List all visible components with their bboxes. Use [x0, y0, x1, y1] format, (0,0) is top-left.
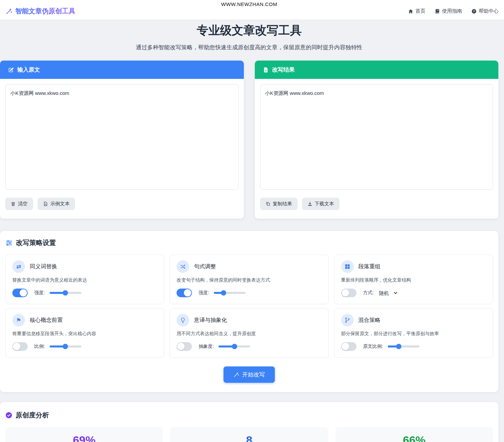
slider-thumb[interactable] [396, 344, 401, 349]
trash-icon [11, 201, 16, 206]
result-actions: 复制结果 下载文本 [255, 195, 499, 219]
input-panel-header: 输入原文 [0, 61, 244, 79]
download-icon [307, 201, 312, 206]
slider-thumb[interactable] [63, 290, 68, 296]
bulb-icon [177, 314, 189, 327]
analysis-title: 原创度分析 [16, 411, 49, 420]
result-panel: 改写结果 小K资源网 www.xkwo.com 复制结果 下载文本 [255, 61, 499, 219]
brand-logo[interactable]: 智能文章伪原创工具 [5, 7, 75, 16]
core-concept-ratio-slider[interactable] [50, 345, 81, 347]
strength-label: 强度: [199, 290, 209, 296]
slider-thumb[interactable] [232, 344, 237, 349]
help-icon: ? [471, 9, 477, 14]
strategy-title: 混合策略 [358, 317, 380, 324]
strategy-title: 句式调整 [194, 263, 216, 270]
strategy-panel-title: 改写策略设置 [16, 238, 56, 247]
strategy-panel: 改写策略设置 ⇄ 同义词替换 替换文章中的词语为意义相近的表达 强度: [0, 231, 498, 392]
synonym-strength-slider[interactable] [50, 292, 81, 294]
analysis-panel: 原创度分析 69% 预估原创度 8 总字数 66% 修改比例 [0, 402, 498, 442]
brand-title: 智能文章伪原创工具 [15, 7, 75, 16]
start-rewrite-button[interactable]: 开始改写 [224, 366, 275, 383]
stat-value: 69% [9, 434, 160, 442]
result-panel-title: 改写结果 [272, 66, 295, 74]
strategy-card-hybrid: 混合策略 部分保留原文，部分进行改写，平衡原创与效率 原文比例: [334, 308, 493, 358]
slider-thumb[interactable] [221, 290, 226, 296]
hybrid-toggle[interactable] [341, 342, 356, 351]
sentence-toggle[interactable] [177, 289, 192, 297]
watermark-text: WWW.NEWZHAN.COM [0, 1, 498, 7]
sample-text-button[interactable]: 示例文本 [38, 198, 75, 210]
paragraph-mode-select-wrap: 随机 [378, 290, 400, 297]
strategy-card-paraphrase: 意译与抽象化 用不同方式表达相同含义，提升原创度 抽象度: [170, 308, 328, 358]
page-title: 专业级文章改写工具 [0, 23, 498, 38]
edit-pencil-icon [8, 67, 14, 73]
nav-help[interactable]: ? 帮助中心 [471, 8, 499, 14]
stat-value: 66% [339, 434, 490, 442]
strategy-description: 用不同方式表达相同含义，提升原创度 [177, 331, 321, 337]
source-textarea[interactable]: 小K资源网 www.xkwo.com [5, 84, 239, 190]
strategy-title: 意译与抽象化 [194, 317, 227, 324]
paragraph-toggle[interactable] [341, 289, 356, 297]
download-text-button[interactable]: 下载文本 [302, 198, 339, 210]
flag-icon: ⚑ [12, 314, 25, 327]
result-panel-header: 改写结果 [255, 61, 499, 79]
nav-links: 首页 使用指南 ? 帮助中心 [408, 8, 499, 14]
input-panel-title: 输入原文 [17, 66, 40, 74]
strategy-description: 将重要信息移至段落开头，突出核心内容 [12, 331, 157, 337]
input-panel: 输入原文 小K资源网 www.xkwo.com 清空 示例文本 [0, 61, 244, 219]
paraphrase-toggle[interactable] [177, 342, 192, 351]
copy-result-button-label: 复制结果 [273, 201, 292, 207]
strategy-description: 替换文章中的词语为意义相近的表达 [12, 277, 157, 283]
home-icon [408, 9, 413, 14]
strength-label: 强度: [34, 290, 45, 296]
start-rewrite-label: 开始改写 [242, 371, 265, 378]
exchange-icon: ⇄ [12, 260, 25, 273]
download-text-button-label: 下载文本 [315, 201, 334, 207]
editor-row: 输入原文 小K资源网 www.xkwo.com 清空 示例文本 [0, 61, 498, 219]
sample-text-button-label: 示例文本 [50, 201, 70, 207]
stat-word-count: 8 总字数 [170, 427, 328, 442]
core-concept-toggle[interactable] [12, 342, 28, 351]
sentence-strength-slider[interactable] [214, 292, 246, 294]
analysis-title-row: 原创度分析 [5, 411, 493, 420]
copy-icon [265, 201, 270, 206]
abstraction-slider[interactable] [219, 345, 250, 347]
original-ratio-slider[interactable] [388, 345, 419, 347]
strategy-card-paragraph: 段落重组 重新排列段落顺序，优化文章结构 方式: 随机 [334, 255, 493, 304]
abstraction-label: 抽象度: [199, 343, 214, 349]
clear-button-label: 清空 [18, 201, 28, 207]
book-icon [435, 9, 440, 14]
strategy-grid: ⇄ 同义词替换 替换文章中的词语为意义相近的表达 强度: [5, 255, 493, 358]
input-actions: 清空 示例文本 [0, 195, 244, 219]
nav-guide-label: 使用指南 [442, 8, 462, 14]
strategy-description: 部分保留原文，部分进行改写，平衡原创与效率 [341, 331, 486, 337]
ratio-label: 比例: [34, 343, 45, 349]
paragraph-mode-select[interactable]: 随机 [378, 290, 400, 297]
nav-help-label: 帮助中心 [479, 8, 499, 14]
svg-text:?: ? [473, 10, 475, 13]
original-ratio-label: 原文比例: [363, 343, 383, 349]
shuffle-icon [177, 260, 189, 273]
nav-home[interactable]: 首页 [408, 8, 425, 14]
strategy-panel-title-row: 改写策略设置 [5, 238, 493, 247]
synonym-toggle[interactable] [12, 289, 28, 297]
strategy-title: 同义词替换 [30, 263, 57, 270]
copy-result-button[interactable]: 复制结果 [260, 198, 297, 210]
page-subtitle: 通过多种智能改写策略，帮助您快速生成原创度高的文章，保留原意的同时提升内容独特性 [0, 44, 498, 51]
nav-guide[interactable]: 使用指南 [435, 8, 462, 14]
clear-button[interactable]: 清空 [5, 198, 33, 210]
file-text-icon [43, 201, 48, 206]
sliders-icon [5, 239, 13, 247]
strategy-title: 段落重组 [358, 263, 380, 270]
file-result-icon [263, 67, 269, 73]
mode-label: 方式: [363, 290, 374, 296]
stats-grid: 69% 预估原创度 8 总字数 66% 修改比例 [5, 427, 493, 442]
branch-icon [341, 314, 354, 327]
grid-icon [341, 260, 354, 273]
strategy-card-synonym: ⇄ 同义词替换 替换文章中的词语为意义相近的表达 强度: [5, 255, 164, 304]
hero-section: 专业级文章改写工具 通过多种智能改写策略，帮助您快速生成原创度高的文章，保留原意… [0, 23, 498, 51]
top-navbar: WWW.NEWZHAN.COM 智能文章伪原创工具 首页 使用指南 ? 帮助中心 [0, 0, 504, 20]
result-textbox: 小K资源网 www.xkwo.com [260, 84, 493, 190]
stat-originality: 69% 预估原创度 [5, 427, 163, 442]
slider-thumb[interactable] [63, 344, 68, 349]
